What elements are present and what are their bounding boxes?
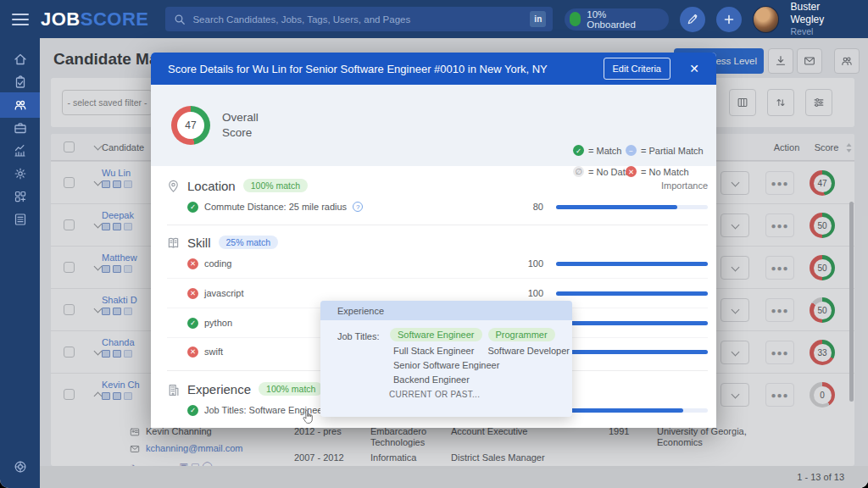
user-menu[interactable]: Buster Wegley Revel: [790, 1, 856, 37]
importance-bar: [556, 350, 708, 354]
onboarded-progress-badge[interactable]: 10% Onboarded: [565, 8, 668, 30]
add-button[interactable]: [716, 7, 742, 32]
match-percent-badge: 25% match: [219, 236, 279, 249]
close-icon[interactable]: ✕: [689, 62, 699, 75]
tooltip-header: Experience: [320, 301, 572, 320]
user-avatar[interactable]: [753, 6, 780, 33]
legend-partial-match: −= Partial Match: [626, 145, 704, 156]
clipboard-check-icon: [13, 75, 28, 90]
location-section-header: Location 100% match Importance: [167, 176, 708, 195]
user-name: Buster Wegley: [790, 1, 856, 26]
experience-building-icon: [167, 383, 180, 396]
skill-book-icon: [167, 236, 180, 249]
match-percent-badge: 100% match: [259, 382, 323, 396]
candidates-people-icon: [13, 97, 28, 113]
help-ring-icon: [13, 459, 28, 474]
top-navbar: JOBSCORE in 10% Onboarded Buster Wegley …: [0, 0, 868, 38]
partial-match-icon: −: [626, 145, 637, 156]
importance-bar: [556, 408, 708, 413]
tooltip-footer: CURRENT OR PAST...: [389, 390, 480, 399]
overall-score-section: 47 Overall Score ✓= Match −= Partial Mat…: [151, 85, 716, 166]
importance-bar: [556, 262, 708, 266]
briefcase-icon: [13, 120, 28, 136]
home-icon: [13, 52, 28, 67]
sidebar-item-help[interactable]: [0, 455, 40, 479]
user-company: Revel: [790, 26, 856, 37]
row-divider: [167, 278, 708, 279]
chart-icon: [13, 143, 28, 158]
match-icon: ✓: [573, 145, 584, 156]
match-percent-badge: 100% match: [243, 179, 308, 192]
importance-bar: [556, 321, 708, 325]
criterion-row: ✓ Commute Distance: 25 mile radius ? 80: [167, 198, 708, 215]
match-icon: ✓: [187, 405, 198, 416]
skill-section-header: Skill 25% match: [167, 233, 708, 252]
list-icon: [13, 212, 28, 227]
search-icon: [174, 14, 186, 25]
app-window: JOBSCORE in 10% Onboarded Buster Wegley …: [0, 0, 868, 488]
grid-plus-icon: [13, 189, 28, 204]
left-sidebar: [0, 38, 40, 488]
legend-match: ✓= Match: [573, 145, 621, 156]
sidebar-item-tasks[interactable]: [0, 70, 40, 94]
criterion-row: ✕ coding 100: [167, 255, 708, 272]
overall-score-label: Overall Score: [222, 110, 259, 141]
gear-icon: [13, 166, 28, 181]
match-icon: ✓: [187, 202, 198, 213]
sidebar-item-apps[interactable]: [0, 185, 40, 208]
tooltip-titles-line: Backend Engineer: [393, 374, 470, 385]
tooltip-titles-line: Full Stack EngineerSoftware Developer: [393, 346, 570, 356]
help-icon[interactable]: ?: [353, 202, 363, 212]
jobscore-logo[interactable]: JOBSCORE: [41, 8, 149, 30]
matched-title-pills: Software Engineer Programmer: [390, 328, 555, 341]
sidebar-item-home[interactable]: [0, 47, 40, 71]
no-match-icon: ✕: [187, 258, 198, 269]
match-icon: ✓: [187, 318, 198, 329]
navbar-right: 10% Onboarded Buster Wegley Revel: [565, 1, 856, 37]
importance-column-label: Importance: [661, 180, 708, 191]
hamburger-menu-icon[interactable]: [12, 14, 29, 25]
edit-criteria-button[interactable]: Edit Criteria: [604, 58, 670, 80]
sidebar-item-settings[interactable]: [0, 162, 40, 186]
plus-icon: [723, 14, 735, 25]
sidebar-item-jobs[interactable]: [0, 116, 40, 140]
global-search[interactable]: in: [165, 7, 553, 31]
onboarded-progress-dot: [570, 12, 581, 26]
criterion-row: ✕ javascript 100: [167, 285, 708, 302]
importance-bar: [556, 291, 708, 296]
importance-bar: [556, 205, 708, 209]
sidebar-item-lists[interactable]: [0, 208, 40, 231]
sidebar-item-reports[interactable]: [0, 139, 40, 163]
location-pin-icon: [167, 180, 180, 192]
section-divider: [167, 225, 708, 225]
modal-header: Score Details for Wu Lin for Senior Soft…: [151, 53, 716, 85]
search-input[interactable]: [192, 14, 523, 25]
modal-title: Score Details for Wu Lin for Senior Soft…: [168, 63, 548, 75]
customize-brush-button[interactable]: [680, 7, 705, 32]
no-match-icon: ✕: [187, 288, 198, 299]
no-match-icon: ✕: [187, 347, 198, 358]
sidebar-item-candidates[interactable]: [0, 92, 40, 118]
paintbrush-icon: [686, 13, 698, 25]
overall-score-donut: 47: [171, 106, 210, 145]
linkedin-icon[interactable]: in: [530, 11, 546, 27]
tooltip-field-label: Job Titles:: [337, 331, 380, 341]
experience-tooltip: Experience Job Titles: Software Engineer…: [320, 301, 572, 417]
tooltip-titles-line: Senior Software Engineer: [393, 360, 499, 370]
